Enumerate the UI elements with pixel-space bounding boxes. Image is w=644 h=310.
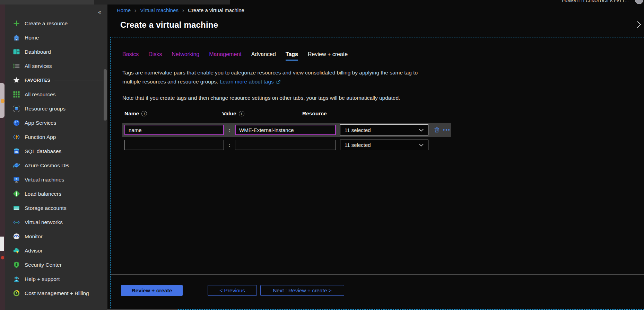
tab-basics[interactable]: Basics [122,51,139,61]
plus-icon [13,20,20,27]
sidebar-item-home[interactable]: Home [5,30,107,45]
previous-button[interactable]: < Previous [208,285,257,296]
grid-icon [13,91,20,98]
sidebar-item-help-support[interactable]: Help + support [5,272,107,286]
virtual-networks-icon [13,219,20,226]
sidebar-item-app-services[interactable]: App Services [5,116,107,130]
delete-tag-icon[interactable] [433,126,440,133]
next-button[interactable]: Next : Review + create > [260,285,344,296]
tags-note: Note that if you create tags and then ch… [122,95,644,101]
name-value-separator: : [224,142,235,148]
tag-row: : 11 selected [122,123,451,137]
virtual-machines-icon [13,176,20,183]
section-divider [54,80,103,80]
account-avatar[interactable] [635,0,643,4]
sidebar-item-virtual-machines[interactable]: Virtual machines [5,172,107,187]
sidebar-item-all-resources[interactable]: All resources [5,87,107,101]
sql-databases-icon: SQL [13,148,20,155]
tab-tags[interactable]: Tags [286,51,298,61]
breadcrumb-separator-icon [182,7,184,14]
breadcrumb: Home Virtual machines Create a virtual m… [107,5,644,16]
dock-icon-fragment [1,99,5,103]
info-icon[interactable] [141,111,147,116]
sidebar-nav: Create a resource Home Dashboard All ser… [5,16,107,300]
storage-accounts-icon [13,204,20,212]
learn-more-link[interactable]: Learn more about tags [220,79,274,85]
tab-disks[interactable]: Disks [148,51,162,61]
sidebar-item-advisor[interactable]: Advisor [5,243,107,258]
sidebar-item-monitor[interactable]: Monitor [5,229,107,243]
chevron-down-icon [419,143,424,147]
description-line-1: Tags are name/value pairs that enable yo… [122,68,644,77]
sidebar-item-storage-accounts[interactable]: Storage accounts [5,201,107,215]
resource-dropdown[interactable]: 11 selected [340,140,428,150]
sidebar-item-load-balancers[interactable]: Load balancers [5,187,107,201]
dock-icon-fragment [1,256,4,259]
cosmos-db-icon [13,162,20,169]
page-title: Create a virtual machine [120,20,644,30]
tag-value-input[interactable] [235,125,336,135]
svg-text:SQL: SQL [15,151,19,153]
browser-chrome-fragment [0,0,94,5]
tab-review-create[interactable]: Review + create [308,51,348,61]
browser-chrome-fragment-dark [94,0,230,5]
wizard-footer: Review + create < Previous Next : Review… [111,285,644,296]
name-value-separator: : [224,127,235,133]
tab-advanced[interactable]: Advanced [251,51,276,61]
review-create-button[interactable]: Review + create [121,285,183,296]
chevron-right-icon[interactable] [637,20,641,29]
star-icon [13,77,20,84]
sidebar: « Create a resource Home Dashboard All s… [5,5,107,310]
column-header-resource: Resource [302,110,327,117]
tag-name-input[interactable] [124,140,224,150]
sidebar-item-all-services[interactable]: All services [5,59,107,73]
tags-description: Tags are name/value pairs that enable yo… [122,68,644,86]
sidebar-item-resource-groups[interactable]: Resource groups [5,101,107,116]
tenant-name: PRAMATI TECHNOLOGIES PVT L... [562,0,629,3]
sidebar-item-dashboard[interactable]: Dashboard [5,45,107,59]
tag-name-input[interactable] [124,125,224,135]
tags-table: Name Value Resource : 11 selected [122,110,451,151]
security-center-icon [13,261,20,268]
resource-groups-icon [13,105,20,112]
desktop-edge [0,5,5,310]
description-line-2: multiple resources and resource groups. … [122,77,644,86]
tag-row-empty: : 11 selected [122,139,451,151]
tags-panel: Basics Disks Networking Management Advan… [110,37,644,310]
svg-text:$: $ [16,292,17,294]
resource-dropdown[interactable]: 11 selected [340,124,428,135]
home-icon [13,34,20,41]
advisor-icon [13,247,20,254]
dock-fragment [0,237,4,251]
monitor-icon [13,233,20,240]
sidebar-section-favorites: FAVORITES [5,73,107,87]
info-icon[interactable] [239,111,244,116]
sidebar-item-cost-management[interactable]: $ Cost Management + Billing [5,286,107,300]
tab-management[interactable]: Management [209,51,241,61]
all-services-icon [13,62,20,70]
breadcrumb-current: Create a virtual machine [188,7,244,13]
sidebar-item-function-app[interactable]: Function App [5,130,107,144]
footer-divider [111,274,644,275]
function-app-icon [13,133,20,141]
chevron-down-icon [419,129,424,132]
tab-networking[interactable]: Networking [172,51,199,61]
sidebar-scrollbar-thumb[interactable] [104,69,107,121]
tag-value-input[interactable] [235,140,336,150]
row-more-options-icon[interactable] [443,128,451,132]
load-balancers-icon [13,190,20,197]
sidebar-item-create-a-resource[interactable]: Create a resource [5,16,107,30]
breadcrumb-virtual-machines[interactable]: Virtual machines [140,7,179,13]
breadcrumb-separator-icon [134,7,136,14]
title-row: Create a virtual machine [107,16,644,30]
sidebar-collapse-button[interactable]: « [98,9,101,15]
sidebar-item-azure-cosmos-db[interactable]: Azure Cosmos DB [5,158,107,172]
dashboard-icon [13,48,20,55]
sidebar-item-security-center[interactable]: Security Center [5,258,107,272]
column-header-value: Value [222,110,244,117]
breadcrumb-home[interactable]: Home [117,7,131,13]
cost-management-icon: $ [13,290,20,297]
sidebar-item-virtual-networks[interactable]: Virtual networks [5,215,107,229]
sidebar-item-sql-databases[interactable]: SQL SQL databases [5,144,107,158]
column-header-name: Name [124,110,147,117]
